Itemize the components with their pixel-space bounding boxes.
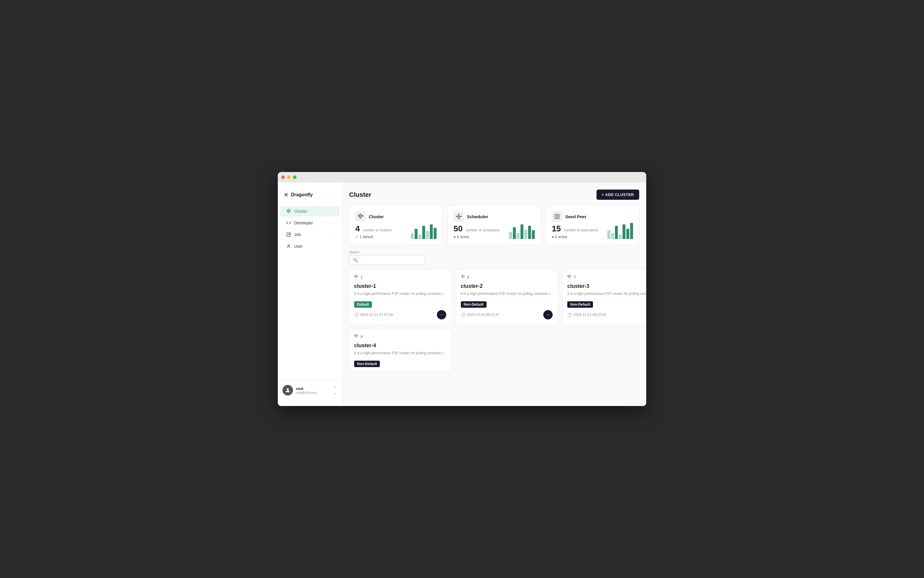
- search-input[interactable]: [360, 258, 421, 262]
- avatar: [282, 385, 293, 396]
- cluster-card-1[interactable]: 1 cluster-1 It is a high-performance P2P…: [349, 270, 451, 325]
- search-icon: 🔍: [353, 258, 358, 262]
- titlebar: [278, 172, 646, 182]
- cluster-footer-2: 🕐 2024-12-24 09:21:57 →: [461, 310, 553, 320]
- user-name: root: [296, 386, 331, 391]
- svg-rect-47: [357, 335, 358, 336]
- stats-row: Cluster 4 number of clusters ✓ 1 default: [349, 206, 639, 245]
- svg-rect-8: [287, 233, 290, 236]
- svg-line-4: [288, 210, 288, 211]
- sidebar-item-job[interactable]: Job ›: [280, 229, 339, 240]
- svg-rect-45: [355, 334, 357, 335]
- logo-icon: ✕: [284, 191, 289, 198]
- sidebar-item-cluster[interactable]: Cluster: [280, 206, 339, 216]
- clock-icon-1: 🕐: [354, 313, 359, 317]
- svg-rect-3: [290, 210, 291, 211]
- cluster-go-button-1[interactable]: →: [437, 310, 446, 320]
- sidebar-item-job-label: Job: [294, 232, 301, 237]
- cluster-id-1: 1: [360, 275, 363, 279]
- cluster-icon: [286, 209, 291, 214]
- user-info: root root@d7y.com: [296, 386, 331, 394]
- cluster-card-4[interactable]: 8 cluster-4 It is a high-performance P2P…: [349, 329, 451, 372]
- sidebar-footer: root root@d7y.com ⌃⌄: [278, 380, 342, 400]
- cluster-desc-4: It is a high-performance P2P cluster for…: [354, 351, 446, 358]
- logo: ✕ Dragonfly: [278, 188, 342, 205]
- svg-rect-38: [462, 277, 463, 278]
- svg-rect-1: [288, 209, 289, 210]
- svg-rect-0: [287, 210, 288, 211]
- stat-card-seedpeer: Seed Peer 15 number of seed peers ● 6 ac…: [546, 206, 639, 245]
- stat-cluster-chart: [411, 224, 436, 239]
- cluster-name-1: cluster-1: [354, 283, 446, 289]
- cluster-badge-row-2: Non-Default: [461, 301, 553, 308]
- cluster-time-1: 🕐 2024-12-11 07:57:44: [354, 313, 393, 317]
- user-email: root@d7y.com: [296, 391, 331, 394]
- user-icon: [286, 244, 291, 248]
- sidebar-item-cluster-label: Cluster: [294, 209, 307, 214]
- cluster-go-button-2[interactable]: →: [543, 310, 553, 320]
- svg-point-20: [458, 214, 459, 215]
- svg-line-15: [359, 215, 360, 216]
- cluster-card-2[interactable]: 6 cluster-2 It is a high-performance P2P…: [456, 270, 558, 325]
- cluster-badge-row-1: Default: [354, 301, 446, 308]
- stat-cluster-number: 4: [355, 224, 360, 233]
- sidebar: ✕ Dragonfly Cluster Developer ›: [278, 182, 342, 406]
- svg-rect-35: [357, 276, 358, 277]
- cluster-id-2: 6: [467, 275, 469, 279]
- add-cluster-button[interactable]: + ADD CLUSTER: [597, 190, 639, 200]
- app-window: ✕ Dragonfly Cluster Developer ›: [278, 172, 646, 406]
- svg-rect-12: [360, 214, 361, 215]
- svg-point-29: [556, 216, 558, 218]
- svg-line-16: [359, 216, 360, 218]
- svg-point-21: [458, 218, 459, 219]
- stat-seedpeer-sub: 6 active: [555, 235, 567, 239]
- stat-cluster-label: number of clusters: [363, 228, 392, 232]
- search-label: Search: [349, 250, 639, 254]
- close-button[interactable]: [281, 175, 285, 179]
- cluster-badge-row-3: Non-Default: [567, 301, 646, 308]
- sidebar-item-user[interactable]: User: [280, 241, 339, 252]
- stat-scheduler-sub: 6 active: [457, 235, 469, 239]
- clock-icon-3: 🕐: [567, 313, 572, 317]
- app-layout: ✕ Dragonfly Cluster Developer ›: [278, 182, 646, 406]
- job-icon: [286, 232, 291, 237]
- cluster-desc-1: It is a high-performance P2P cluster for…: [354, 292, 446, 299]
- cluster-id-icon-3: [567, 275, 571, 280]
- cluster-footer-3: 🕐 2024-12-24 09:22:04 →: [567, 310, 646, 320]
- svg-rect-42: [569, 277, 570, 278]
- stat-cluster-name: Cluster: [369, 214, 384, 219]
- svg-line-17: [361, 215, 362, 216]
- stat-scheduler-chart: [509, 224, 535, 239]
- stat-seedpeer-label: number of seed peers: [564, 228, 598, 232]
- clock-icon-2: 🕐: [461, 313, 465, 317]
- stat-scheduler-name: Scheduler: [467, 214, 488, 219]
- user-toggle-button[interactable]: ⌃⌄: [334, 386, 337, 395]
- search-section: Search 🔍: [349, 250, 639, 265]
- maximize-button[interactable]: [293, 175, 297, 179]
- stat-cluster-sub: 1 default: [360, 235, 373, 239]
- svg-line-6: [289, 210, 290, 211]
- sidebar-item-developer[interactable]: Developer ›: [280, 218, 339, 228]
- svg-rect-2: [288, 211, 289, 213]
- stat-card-scheduler: Scheduler 50 number of schedulers ● 6 ac…: [447, 206, 541, 245]
- cluster-time-2: 🕐 2024-12-24 09:21:57: [461, 313, 499, 317]
- svg-line-18: [361, 216, 362, 218]
- svg-point-19: [458, 216, 460, 218]
- stat-seedpeer-icon: [552, 211, 562, 222]
- svg-rect-43: [570, 276, 571, 277]
- svg-line-5: [288, 211, 288, 213]
- svg-point-23: [460, 216, 461, 217]
- active-icon-scheduler: ●: [454, 235, 456, 239]
- minimize-button[interactable]: [287, 175, 291, 179]
- main-content: Cluster + ADD CLUSTER Cluster 4: [342, 182, 646, 406]
- stat-scheduler-label: number of schedulers: [466, 228, 499, 232]
- svg-rect-39: [464, 276, 465, 277]
- developer-chevron-icon: ›: [332, 221, 334, 225]
- cluster-badge-3: Non-Default: [567, 301, 593, 308]
- cluster-footer-1: 🕐 2024-12-11 07:57:44 →: [354, 310, 446, 320]
- stat-seedpeer-number: 15: [552, 224, 561, 233]
- sidebar-item-user-label: User: [294, 244, 303, 248]
- cluster-card-3[interactable]: 7 cluster-3 It is a high-performance P2P…: [562, 270, 646, 325]
- cluster-time-3: 🕐 2024-12-24 09:22:04: [567, 313, 606, 317]
- cluster-name-2: cluster-2: [461, 283, 553, 289]
